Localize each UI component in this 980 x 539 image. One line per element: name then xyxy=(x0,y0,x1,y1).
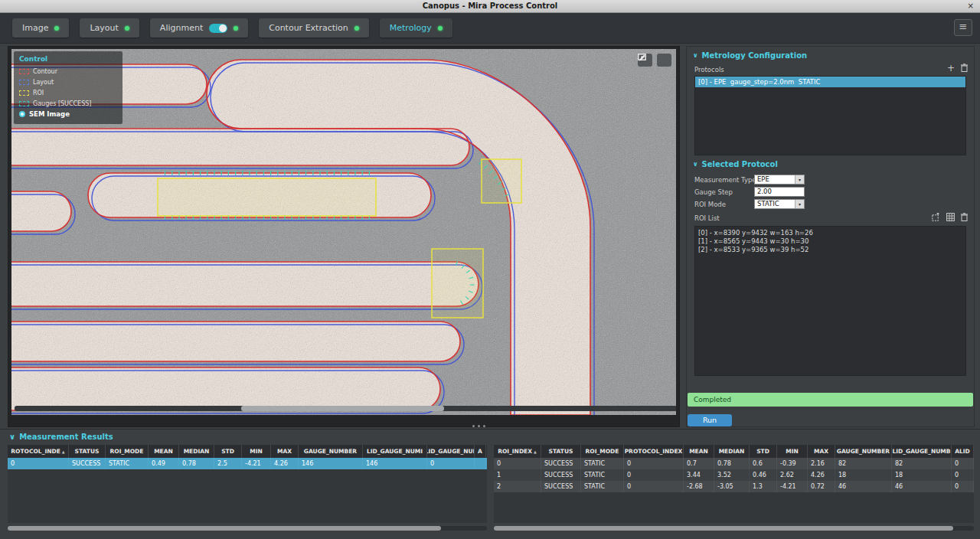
column-header[interactable]: LID_GAUGE_NUMI xyxy=(363,445,427,458)
roi-rect-1[interactable] xyxy=(482,159,521,203)
column-header[interactable]: STD xyxy=(750,445,777,458)
tab-contour-extraction[interactable]: Contour Extraction xyxy=(259,18,369,38)
column-header[interactable]: ROTOCOL_INDE▲ xyxy=(8,445,69,458)
section-selected-protocol[interactable]: ∨ Selected Protocol xyxy=(693,160,778,168)
tab-label: Layout xyxy=(90,23,118,33)
image-viewer-panel: Control Contour Layout ROI Gauges [SUCCE… xyxy=(8,46,680,427)
column-header[interactable]: LID_GAUGE_NUMB xyxy=(892,445,952,458)
column-header[interactable]: MEAN xyxy=(149,445,179,458)
column-header[interactable]: ILID_GAUGE_NUM xyxy=(427,445,475,458)
scrollbar-thumb[interactable] xyxy=(494,526,953,531)
add-protocol-icon[interactable]: + xyxy=(947,64,955,72)
tab-label: Image xyxy=(22,23,48,33)
pencil-icon[interactable] xyxy=(657,54,671,67)
gauge-step-input[interactable]: 2.00 xyxy=(754,187,805,197)
add-roi-icon[interactable] xyxy=(932,213,940,221)
table-cell: 146 xyxy=(363,458,427,469)
chevron-down-icon[interactable]: ▾ xyxy=(795,200,804,208)
tab-layout[interactable]: Layout xyxy=(80,18,139,38)
stage-toolbar xyxy=(638,54,671,67)
tab-metrology[interactable]: Metrology xyxy=(380,18,452,38)
close-icon[interactable]: × xyxy=(968,0,974,12)
section-measurement-results[interactable]: ∨ Measurement Results xyxy=(9,433,113,441)
grid-select-icon[interactable] xyxy=(946,213,955,221)
hamburger-menu-icon[interactable]: ≡ xyxy=(954,19,972,36)
gauges-swatch-icon xyxy=(19,101,29,106)
measurement-results-panel: ∨ Measurement Results ROTOCOL_INDE▲STATU… xyxy=(0,429,980,539)
table-cell: 0 xyxy=(952,469,974,481)
left-table-hscrollbar[interactable] xyxy=(8,526,487,531)
table-cell: 1.3 xyxy=(750,481,777,492)
splitter-handle[interactable] xyxy=(467,425,490,428)
delete-protocol-icon[interactable] xyxy=(961,64,968,72)
table-row[interactable]: 0SUCCESSSTATIC0.490.782.5-4.214.26146146… xyxy=(8,458,487,469)
roi-list-item[interactable]: [0] - x=8390 y=9432 w=163 h=26 xyxy=(698,229,962,237)
column-header[interactable]: ROI_MODE xyxy=(106,445,149,458)
roi-list-item[interactable]: [1] - x=8565 y=9443 w=30 h=30 xyxy=(698,237,962,246)
scrollbar-thumb[interactable] xyxy=(8,526,441,531)
column-header[interactable]: ROI_MODE xyxy=(581,445,624,458)
table-cell xyxy=(475,458,486,469)
column-header[interactable]: MIN xyxy=(777,445,808,458)
section-title: Metrology Configuration xyxy=(702,51,808,60)
sem-stage[interactable]: Control Contour Layout ROI Gauges [SUCCE… xyxy=(11,49,676,415)
column-header[interactable]: MEDIAN xyxy=(714,445,750,458)
column-header[interactable]: MIN xyxy=(242,445,271,458)
table-cell: 2.5 xyxy=(214,458,242,469)
column-header[interactable]: ROI_INDEX▲ xyxy=(494,445,541,458)
collapse-caret-icon: ∨ xyxy=(9,433,15,441)
alignment-toggle[interactable] xyxy=(209,24,227,33)
legend-item-layout[interactable]: Layout xyxy=(19,77,117,87)
roi-list-item[interactable]: [2] - x=8533 y=9365 w=39 h=52 xyxy=(698,246,962,254)
column-header[interactable]: STATUS xyxy=(541,445,581,458)
column-header[interactable]: MAX xyxy=(808,445,835,458)
column-header[interactable]: MEAN xyxy=(684,445,714,458)
table-cell: -4.21 xyxy=(242,458,271,469)
table-cell: 3.44 xyxy=(684,469,714,481)
table-row[interactable]: 1SUCCESSSTATIC03.443.520.462.624.2618180 xyxy=(494,469,974,481)
tab-alignment[interactable]: Alignment xyxy=(150,18,248,38)
table-cell: 0 xyxy=(624,481,684,492)
tab-image[interactable]: Image xyxy=(12,18,69,38)
column-header[interactable]: MEDIAN xyxy=(179,445,214,458)
table-row[interactable]: 0SUCCESSSTATIC00.70.780.6-0.392.1682820 xyxy=(494,458,974,469)
column-header[interactable]: GAUGE_NUMBER xyxy=(835,445,892,458)
table-cell: -3.05 xyxy=(714,481,750,492)
run-button[interactable]: Run xyxy=(688,414,732,426)
legend-label: Layout xyxy=(33,79,54,86)
column-header[interactable]: GAUGE_NUMBER xyxy=(299,445,363,458)
viewer-hscrollbar-thumb[interactable] xyxy=(241,406,444,411)
table-cell: 2.16 xyxy=(808,458,835,469)
status-dot-green-icon xyxy=(354,26,359,31)
chevron-down-icon[interactable]: ▾ xyxy=(795,175,804,184)
measurement-type-select[interactable]: EPE ▾ xyxy=(754,175,805,185)
column-header[interactable]: PROTOCOL_INDEX xyxy=(624,445,684,458)
column-header[interactable]: MAX xyxy=(271,445,299,458)
delete-roi-icon[interactable] xyxy=(961,213,968,221)
roi-rect-2[interactable] xyxy=(432,249,483,318)
column-header[interactable]: ALID xyxy=(952,445,974,458)
column-header[interactable]: STATUS xyxy=(69,445,106,458)
legend-item-gauges[interactable]: Gauges [SUCCESS] xyxy=(19,98,117,109)
collapse-caret-icon: ∨ xyxy=(693,52,698,59)
right-table-hscrollbar[interactable] xyxy=(494,526,974,531)
tab-label: Metrology xyxy=(390,23,432,33)
section-metrology-configuration[interactable]: ∨ Metrology Configuration xyxy=(693,51,807,60)
table-row[interactable]: 2SUCCESSSTATIC0-2.68-3.051.3-4.210.72464… xyxy=(494,481,974,492)
legend-item-sem-image[interactable]: SEM Image xyxy=(19,109,117,119)
table-cell: 0.6 xyxy=(750,458,777,469)
table-header-row: ROI_INDEX▲STATUSROI_MODEPROTOCOL_INDEXME… xyxy=(494,445,974,458)
legend-item-contour[interactable]: Contour xyxy=(19,66,117,77)
column-header[interactable]: STD xyxy=(214,445,242,458)
protocols-label: Protocols xyxy=(694,66,724,74)
table-cell: 0.49 xyxy=(149,458,179,469)
roi-rect-0[interactable] xyxy=(158,178,376,216)
viewer-hscrollbar[interactable] xyxy=(15,406,676,411)
table-cell: SUCCESS xyxy=(541,481,581,492)
roi-mode-label: ROI Mode xyxy=(694,201,726,208)
legend-item-roi[interactable]: ROI xyxy=(19,87,117,98)
roi-mode-select[interactable]: STATIC ▾ xyxy=(754,199,805,209)
table-cell: 2 xyxy=(494,481,541,492)
column-header[interactable]: A xyxy=(475,445,486,458)
protocol-list-item[interactable]: [0] - EPE gauge_step=2.0nm STATIC xyxy=(695,77,965,87)
